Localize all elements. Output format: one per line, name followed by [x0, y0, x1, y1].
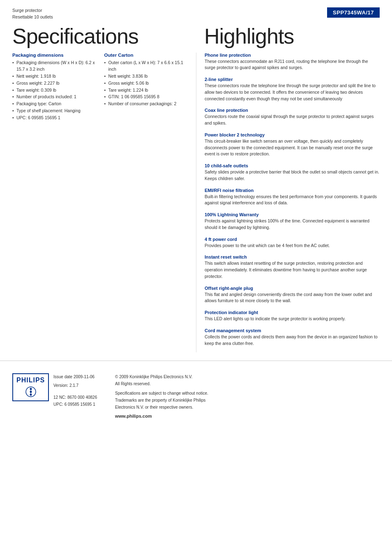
- nc-label: 12 NC:: [53, 395, 67, 400]
- highlight-title: EMI/RFI noise filtration: [205, 188, 380, 193]
- packaging-dims-title: Packaging dimensions: [12, 53, 96, 58]
- nc-val: 8670 000 40826: [67, 395, 97, 400]
- highlight-text: This LED alert lights up to indicate the…: [205, 316, 380, 322]
- list-item: Number of consumer packagings: 2: [104, 100, 188, 107]
- svg-point-2: [30, 391, 32, 393]
- list-item: Packaging dimensions (W x H x D): 6.2 x …: [12, 59, 96, 73]
- highlight-title: Power blocker 2 technology: [205, 132, 380, 137]
- footer-col1: Issue date 2009-11-06 Version: 2.1.7 12 …: [53, 373, 107, 420]
- highlights-column: Phone line protectionThese connectors ac…: [196, 53, 380, 353]
- highlight-item: 100% Lightning WarrantyProtects against …: [205, 212, 380, 231]
- specs-inner: Packaging dimensions Packaging dimension…: [12, 53, 188, 129]
- outer-carton-title: Outer Carton: [104, 53, 188, 58]
- list-item: Gross weight: 5.06 lb: [104, 80, 188, 87]
- highlight-title: 2-line splitter: [205, 77, 380, 82]
- product-subtitle: Resettable 10 outlets: [12, 14, 53, 21]
- highlight-item: 4 ft power cordProvides power to the uni…: [205, 237, 380, 249]
- highlight-item: Offset right-angle plugThis flat and ang…: [205, 286, 380, 305]
- highlight-text: Provides power to the unit which can be …: [205, 243, 380, 249]
- highlight-text: This flat and angled design conveniently…: [205, 291, 380, 305]
- issue-date: 2009-11-06: [74, 375, 95, 379]
- highlight-item: 2-line splitterThese connectors route th…: [205, 77, 380, 102]
- header: Surge protector Resettable 10 outlets SP…: [0, 0, 392, 21]
- product-info: Surge protector Resettable 10 outlets: [12, 7, 53, 21]
- title-row: Specifications Highlights: [0, 21, 392, 49]
- packaging-section: Packaging dimensions Packaging dimension…: [12, 53, 96, 129]
- footer-meta-grid: Issue date 2009-11-06 Version: 2.1.7 12 …: [53, 373, 380, 420]
- issue-label: Issue date: [53, 375, 74, 379]
- philips-logo-icon: [16, 386, 45, 398]
- version-label: Version:: [53, 383, 69, 388]
- footer-meta: Issue date 2009-11-06 Version: 2.1.7 12 …: [53, 373, 380, 420]
- logo-area: PHILIPS: [12, 373, 45, 401]
- highlight-text: Protects against lightning strikes 100% …: [205, 218, 380, 231]
- list-item: GTIN: 1 06 09585 15695 8: [104, 93, 188, 100]
- packaging-dims-list: Packaging dimensions (W x H x D): 6.2 x …: [12, 59, 96, 121]
- list-item: Packaging type: Carton: [12, 100, 96, 107]
- outer-carton-section: Outer Carton Outer carton (L x W x H): 7…: [104, 53, 188, 129]
- highlight-item: 10 child-safe outletsSafety slides provi…: [205, 163, 380, 182]
- philips-logo-text: PHILIPS: [16, 377, 45, 384]
- highlight-title: Protection indicator light: [205, 310, 380, 315]
- highlight-title: 100% Lightning Warranty: [205, 212, 380, 217]
- highlight-title: Instant reset switch: [205, 254, 380, 259]
- highlight-title: Cord management system: [205, 328, 380, 333]
- highlight-text: These connectors accommodate an RJ11 cor…: [205, 58, 380, 72]
- list-item: Type of shelf placement: Hanging: [12, 107, 96, 114]
- highlight-title: 4 ft power cord: [205, 237, 380, 242]
- upc-label: UPC:: [53, 402, 65, 407]
- list-item: Nett weight: 3.836 lb: [104, 73, 188, 80]
- list-item: Number of products included: 1: [12, 93, 96, 100]
- highlight-title: 10 child-safe outlets: [205, 163, 380, 168]
- highlight-item: Power blocker 2 technologyThis circuit-b…: [205, 132, 380, 157]
- highlight-text: Safety slides provide a protective barri…: [205, 169, 380, 182]
- highlight-item: Protection indicator lightThis LED alert…: [205, 310, 380, 322]
- outer-carton-list: Outer carton (L x W x H): 7 x 6.6 x 15.1…: [104, 59, 188, 108]
- highlight-text: Built-in filtering technology ensures th…: [205, 194, 380, 207]
- highlight-title: Phone line protection: [205, 53, 380, 58]
- highlight-item: Coax line protectionConnectors route the…: [205, 108, 380, 127]
- highlight-text: These connectors route the telephone lin…: [205, 83, 380, 102]
- packaging-dims: Packaging dimensions Packaging dimension…: [12, 53, 96, 121]
- list-item: Outer carton (L x W x H): 7 x 6.6 x 15.1…: [104, 59, 188, 73]
- list-item: UPC: 6 09585 15695 1: [12, 114, 96, 121]
- disclaimer: Specifications are subject to change wit…: [115, 390, 380, 411]
- nc-row: 12 NC: 8670 000 40826: [53, 394, 107, 401]
- list-item: Nett weight: 1.918 lb: [12, 73, 96, 80]
- highlight-text: Connectors route the coaxial signal thro…: [205, 113, 380, 127]
- page-title: Specifications: [12, 24, 196, 49]
- outer-carton: Outer Carton Outer carton (L x W x H): 7…: [104, 53, 188, 108]
- highlight-text: This switch allows instant resetting of …: [205, 260, 380, 280]
- list-item: Tare weight: 1.224 lb: [104, 87, 188, 94]
- website[interactable]: www.philips.com: [115, 412, 380, 420]
- version-row: Version: 2.1.7: [53, 382, 107, 389]
- list-item: Tare weight: 0.309 lb: [12, 87, 96, 94]
- issue-date-row: Issue date 2009-11-06: [53, 373, 107, 380]
- svg-point-3: [30, 394, 32, 396]
- highlights-title: Highlights: [196, 24, 380, 49]
- highlight-item: Cord management systemCollects the power…: [205, 328, 380, 347]
- highlight-text: This circuit-breaker like switch senses …: [205, 138, 380, 157]
- highlight-item: Instant reset switchThis switch allows i…: [205, 254, 380, 280]
- svg-point-1: [30, 388, 32, 390]
- highlight-title: Offset right-angle plug: [205, 286, 380, 291]
- product-type: Surge protector: [12, 7, 53, 14]
- main-content: Packaging dimensions Packaging dimension…: [0, 49, 392, 353]
- list-item: Gross weight: 2.227 lb: [12, 80, 96, 87]
- highlight-text: Collects the power cords and directs the…: [205, 334, 380, 347]
- highlight-item: EMI/RFI noise filtrationBuilt-in filteri…: [205, 188, 380, 207]
- footer: PHILIPS Issue date 2009-11-06 Version: 2…: [0, 361, 392, 428]
- upc-row: UPC: 6 09585 15695 1: [53, 401, 107, 408]
- highlight-title: Coax line protection: [205, 108, 380, 113]
- upc-val: 6 09585 15695 1: [65, 402, 95, 407]
- specs-column: Packaging dimensions Packaging dimension…: [12, 53, 196, 353]
- copyright: © 2009 Koninklijke Philips Electronics N…: [115, 373, 380, 387]
- philips-logo: PHILIPS: [12, 373, 49, 401]
- footer-col2: © 2009 Koninklijke Philips Electronics N…: [115, 373, 380, 420]
- version-val: 2.1.7: [69, 383, 78, 388]
- highlight-item: Phone line protectionThese connectors ac…: [205, 53, 380, 72]
- model-badge: SPP7345WA/17: [327, 7, 380, 18]
